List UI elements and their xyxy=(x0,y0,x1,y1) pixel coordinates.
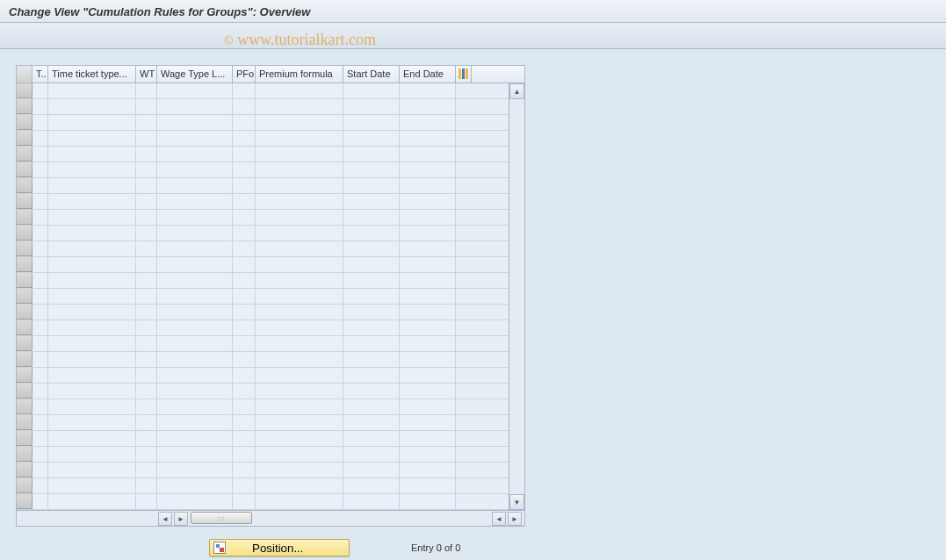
cell-pfo[interactable] xyxy=(233,226,256,241)
cell-wagetypel[interactable] xyxy=(157,478,233,493)
cell-startdate[interactable] xyxy=(343,99,400,114)
cell-premium[interactable] xyxy=(256,431,343,446)
cell-wt[interactable] xyxy=(136,305,157,319)
cell-startdate[interactable] xyxy=(343,336,400,351)
cell-enddate[interactable] xyxy=(400,289,456,304)
scroll-up-button[interactable]: ▲ xyxy=(509,83,524,99)
cell-t[interactable] xyxy=(32,147,48,162)
cell-tickettype[interactable] xyxy=(48,289,136,304)
cell-t[interactable] xyxy=(32,305,48,319)
cell-pfo[interactable] xyxy=(233,320,256,335)
cell-enddate[interactable] xyxy=(400,226,456,241)
cell-startdate[interactable] xyxy=(343,115,400,130)
cell-pfo[interactable] xyxy=(233,273,256,288)
cell-pfo[interactable] xyxy=(233,384,256,398)
scroll-left-button[interactable]: ◄ xyxy=(158,512,172,526)
cell-enddate[interactable] xyxy=(400,131,456,146)
cell-pfo[interactable] xyxy=(233,289,256,304)
column-header-wt[interactable]: WT xyxy=(136,66,157,83)
cell-tickettype[interactable] xyxy=(48,99,136,114)
cell-premium[interactable] xyxy=(256,352,343,367)
cell-premium[interactable] xyxy=(256,305,343,319)
cell-enddate[interactable] xyxy=(400,447,456,462)
cell-startdate[interactable] xyxy=(343,194,400,209)
cell-enddate[interactable] xyxy=(400,178,456,193)
cell-premium[interactable] xyxy=(256,257,343,272)
cell-t[interactable] xyxy=(32,447,48,462)
cell-startdate[interactable] xyxy=(343,131,400,146)
cell-wagetypel[interactable] xyxy=(157,447,233,462)
cell-t[interactable] xyxy=(32,162,48,177)
row-selector[interactable] xyxy=(17,399,32,414)
horizontal-scroll-thumb[interactable]: ::: xyxy=(191,512,252,524)
cell-premium[interactable] xyxy=(256,83,343,98)
row-selector[interactable] xyxy=(17,115,32,130)
cell-wagetypel[interactable] xyxy=(157,147,233,162)
scroll-right-end-button[interactable]: ► xyxy=(508,512,522,526)
cell-enddate[interactable] xyxy=(400,99,456,114)
cell-enddate[interactable] xyxy=(400,431,456,446)
cell-wagetypel[interactable] xyxy=(157,431,233,446)
cell-t[interactable] xyxy=(32,83,48,98)
cell-premium[interactable] xyxy=(256,210,343,225)
cell-enddate[interactable] xyxy=(400,368,456,383)
cell-wt[interactable] xyxy=(136,131,157,146)
column-header-start-date[interactable]: Start Date xyxy=(343,66,400,83)
cell-tickettype[interactable] xyxy=(48,478,136,493)
row-selector[interactable] xyxy=(17,494,32,509)
cell-t[interactable] xyxy=(32,273,48,288)
cell-startdate[interactable] xyxy=(343,162,400,177)
cell-wagetypel[interactable] xyxy=(157,399,233,414)
row-selector[interactable] xyxy=(17,226,32,241)
row-selector[interactable] xyxy=(17,384,32,398)
cell-premium[interactable] xyxy=(256,336,343,351)
row-selector[interactable] xyxy=(17,305,32,319)
cell-enddate[interactable] xyxy=(400,336,456,351)
cell-t[interactable] xyxy=(32,399,48,414)
cell-tickettype[interactable] xyxy=(48,162,136,177)
column-header-end-date[interactable]: End Date xyxy=(400,66,456,83)
row-selector[interactable] xyxy=(17,336,32,351)
cell-tickettype[interactable] xyxy=(48,447,136,462)
cell-pfo[interactable] xyxy=(233,399,256,414)
row-selector[interactable] xyxy=(17,178,32,193)
row-selector[interactable] xyxy=(17,241,32,256)
row-selector[interactable] xyxy=(17,257,32,272)
cell-startdate[interactable] xyxy=(343,289,400,304)
vertical-scroll-track[interactable] xyxy=(509,99,524,494)
cell-premium[interactable] xyxy=(256,99,343,114)
cell-pfo[interactable] xyxy=(233,147,256,162)
cell-startdate[interactable] xyxy=(343,305,400,319)
cell-enddate[interactable] xyxy=(400,241,456,256)
cell-startdate[interactable] xyxy=(343,384,400,398)
row-selector[interactable] xyxy=(17,447,32,462)
cell-t[interactable] xyxy=(32,336,48,351)
horizontal-scroll-track[interactable] xyxy=(254,511,491,526)
cell-pfo[interactable] xyxy=(233,83,256,98)
cell-tickettype[interactable] xyxy=(48,194,136,209)
cell-premium[interactable] xyxy=(256,226,343,241)
cell-startdate[interactable] xyxy=(343,494,400,509)
cell-wt[interactable] xyxy=(136,289,157,304)
cell-t[interactable] xyxy=(32,368,48,383)
column-header-premium-formula[interactable]: Premium formula xyxy=(256,66,343,83)
cell-wt[interactable] xyxy=(136,162,157,177)
cell-wagetypel[interactable] xyxy=(157,83,233,98)
cell-tickettype[interactable] xyxy=(48,115,136,130)
cell-tickettype[interactable] xyxy=(48,305,136,319)
cell-enddate[interactable] xyxy=(400,83,456,98)
cell-startdate[interactable] xyxy=(343,478,400,493)
row-selector[interactable] xyxy=(17,289,32,304)
cell-wagetypel[interactable] xyxy=(157,210,233,225)
cell-t[interactable] xyxy=(32,289,48,304)
cell-wagetypel[interactable] xyxy=(157,226,233,241)
cell-pfo[interactable] xyxy=(233,162,256,177)
cell-t[interactable] xyxy=(32,241,48,256)
row-selector[interactable] xyxy=(17,162,32,177)
cell-wagetypel[interactable] xyxy=(157,99,233,114)
row-selector[interactable] xyxy=(17,147,32,162)
row-selector[interactable] xyxy=(17,478,32,493)
cell-tickettype[interactable] xyxy=(48,431,136,446)
cell-wt[interactable] xyxy=(136,115,157,130)
cell-startdate[interactable] xyxy=(343,226,400,241)
